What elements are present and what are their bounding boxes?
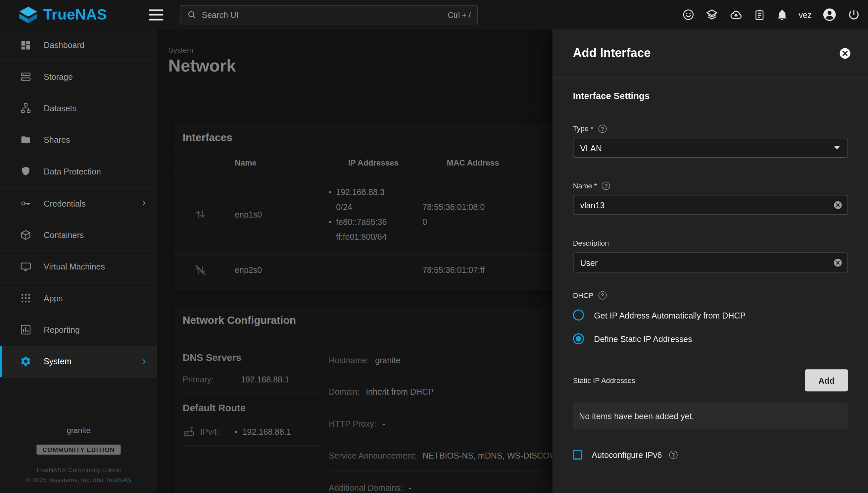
description-label: Description (573, 239, 609, 247)
sidebar-item-label: Datasets (44, 104, 77, 113)
add-interface-panel: Add Interface Interface Settings Type * … (552, 29, 868, 493)
sidebar-item-datasets[interactable]: Datasets (0, 93, 157, 125)
copyright-line: © 2025 iXsystems, Inc. dba TrueNAS (26, 476, 131, 483)
sidebar-item-dashboard[interactable]: Dashboard (0, 29, 157, 61)
static-ip-row: Static IP Addresses Add (573, 369, 848, 391)
help-icon[interactable] (602, 181, 610, 190)
description-field (573, 253, 848, 273)
type-field-label-row: Type * (573, 125, 848, 133)
sidebar-item-label: Apps (44, 293, 63, 303)
section-title: Interface Settings (573, 91, 848, 101)
sidebar-item-label: Data Protection (44, 167, 101, 176)
edition-badge: COMMUNITY EDITION (37, 444, 121, 454)
autoconfigure-ipv6-row[interactable]: Autoconfigure IPv6 (573, 450, 848, 459)
help-icon[interactable] (598, 291, 606, 300)
type-select[interactable]: VLAN (573, 138, 848, 157)
logo-text: TrueNAS (43, 6, 107, 23)
sidebar-item-containers[interactable]: Containers (0, 219, 157, 251)
username: vez (799, 10, 811, 19)
sidebar-item-apps[interactable]: Apps (0, 283, 157, 315)
truecommand-icon[interactable] (705, 8, 718, 21)
apps-icon (20, 292, 31, 304)
checkbox-icon[interactable] (573, 450, 582, 459)
system-hostname: granite (67, 426, 91, 434)
add-button[interactable]: Add (805, 369, 848, 391)
sidebar-item-label: Shares (44, 135, 70, 144)
edition-line: TrueNAS® Community Edition (36, 467, 122, 473)
search-shortcut: Ctrl + / (448, 10, 471, 19)
sidebar-item-shares[interactable]: Shares (0, 125, 157, 156)
static-ip-label: Static IP Addresses (573, 376, 635, 384)
close-icon[interactable] (839, 47, 851, 59)
container-icon (20, 229, 31, 241)
radio-static-label: Define Static IP Addresses (594, 334, 692, 343)
menu-icon[interactable] (149, 9, 164, 20)
jobs-icon[interactable] (753, 8, 765, 21)
feedback-icon[interactable] (682, 8, 695, 21)
radio-static[interactable]: Define Static IP Addresses (573, 334, 848, 344)
dhcp-field-label-row: DHCP (573, 291, 848, 300)
sidebar-item-reporting[interactable]: Reporting (0, 314, 157, 346)
sidebar-item-data-protection[interactable]: Data Protection (0, 156, 157, 188)
radio-selected-icon[interactable] (573, 334, 584, 344)
name-label: Name * (573, 181, 597, 190)
sidebar-item-system[interactable]: System (0, 346, 157, 378)
name-input[interactable] (573, 195, 847, 214)
search-box[interactable]: Ctrl + / (180, 5, 478, 24)
sidebar-item-credentials[interactable]: Credentials (0, 188, 157, 219)
sidebar: Dashboard Storage Datasets Shares Data P… (0, 29, 157, 493)
dashboard-icon (20, 39, 31, 51)
truenas-logo[interactable]: TrueNAS (18, 6, 107, 24)
clear-icon[interactable] (833, 258, 843, 267)
dhcp-label: DHCP (573, 291, 593, 300)
reporting-icon (20, 324, 31, 336)
folder-icon (20, 134, 31, 146)
sidebar-item-storage[interactable]: Storage (0, 61, 157, 93)
shield-icon (20, 166, 31, 177)
search-icon (187, 10, 197, 19)
sidebar-footer: granite COMMUNITY EDITION TrueNAS® Commu… (0, 426, 157, 486)
description-input[interactable] (573, 253, 847, 272)
sidebar-item-label: Storage (44, 72, 73, 81)
truenas-logo-icon (18, 6, 38, 24)
help-icon[interactable] (598, 125, 606, 133)
empty-list-message: No items have been added yet. (573, 403, 848, 429)
copyright-link[interactable]: TrueNAS (105, 476, 131, 483)
autoconfigure-ipv6-label: Autoconfigure IPv6 (592, 450, 662, 459)
sidebar-item-label: System (44, 357, 71, 366)
sidebar-item-label: Reporting (44, 325, 80, 335)
vm-icon (20, 261, 31, 272)
storage-icon (20, 71, 31, 82)
chevron-down-icon (834, 146, 840, 149)
type-select-value: VLAN (580, 143, 602, 152)
gear-icon (20, 356, 31, 367)
search-input[interactable] (202, 10, 442, 19)
topbar: TrueNAS Ctrl + / vez (0, 0, 868, 29)
radio-icon[interactable] (573, 309, 584, 321)
sidebar-item-label: Containers (44, 230, 84, 239)
help-icon[interactable] (669, 451, 677, 459)
name-field (573, 195, 848, 215)
notifications-icon[interactable] (776, 8, 788, 21)
sidebar-item-virtual-machines[interactable]: Virtual Machines (0, 251, 157, 283)
panel-title: Add Interface (573, 46, 651, 60)
chevron-right-icon (139, 199, 148, 208)
name-field-label-row: Name * (573, 181, 848, 190)
copyright-text: © 2025 iXsystems, Inc. dba (26, 476, 105, 483)
radio-dhcp[interactable]: Get IP Address Automatically from DHCP (573, 309, 848, 321)
description-field-label-row: Description (573, 239, 848, 247)
type-label: Type * (573, 125, 593, 133)
user-avatar[interactable] (822, 7, 837, 22)
clear-icon[interactable] (833, 200, 843, 210)
power-icon[interactable] (847, 8, 860, 21)
sidebar-item-label: Dashboard (44, 40, 84, 49)
chevron-right-icon (139, 357, 148, 366)
cloud-sync-icon[interactable] (729, 7, 743, 22)
radio-dhcp-label: Get IP Address Automatically from DHCP (594, 310, 745, 320)
sidebar-item-label: Virtual Machines (44, 262, 105, 271)
datasets-icon (20, 102, 31, 114)
key-icon (20, 197, 31, 209)
sidebar-item-label: Credentials (44, 199, 86, 208)
panel-header: Add Interface (552, 29, 868, 78)
